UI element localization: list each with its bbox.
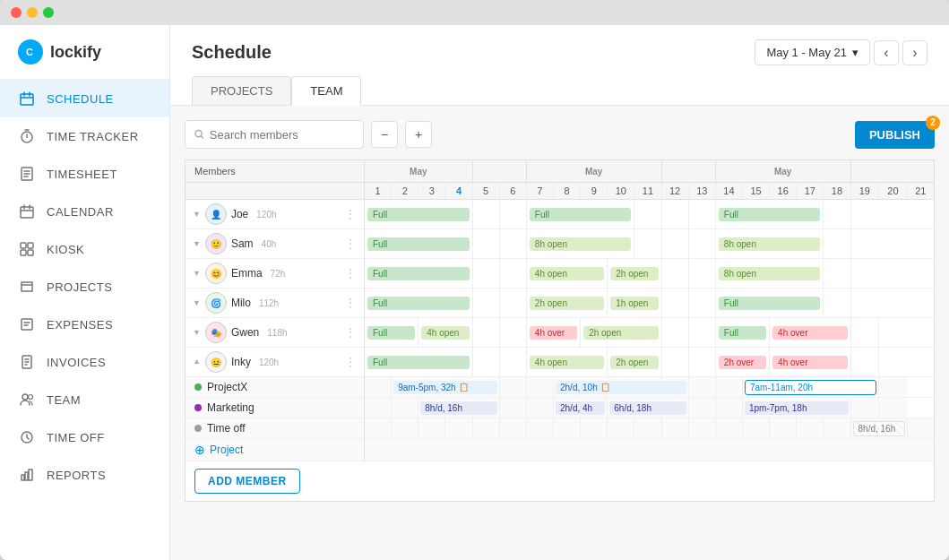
- sam-chevron[interactable]: ▼: [193, 239, 201, 248]
- prev-period-button[interactable]: ‹: [874, 40, 899, 65]
- sidebar-item-invoices[interactable]: INVOICES: [0, 343, 169, 381]
- dropdown-arrow-icon: ▾: [852, 46, 858, 59]
- kiosk-label: KIOSK: [47, 243, 84, 256]
- invoices-label: INVOICES: [47, 356, 106, 369]
- sidebar-item-kiosk[interactable]: KIOSK: [0, 230, 169, 268]
- invoices-icon: [18, 353, 36, 371]
- sidebar-item-time-tracker[interactable]: TIME TRACKER: [0, 117, 169, 155]
- sam-options[interactable]: ⋮: [344, 237, 357, 251]
- mkt-label-2b: 6h/d, 18h: [614, 403, 651, 413]
- add-project-cell[interactable]: ⊕ Project: [185, 439, 365, 461]
- reports-icon: [18, 466, 36, 484]
- sidebar-item-schedule[interactable]: SCHEDULE: [0, 80, 169, 117]
- sam-open-2: 8h open: [715, 229, 824, 259]
- to-empty-17: [797, 418, 824, 439]
- gwen-full-1: Full: [365, 318, 418, 348]
- maximize-dot[interactable]: [43, 7, 54, 18]
- time-tracker-icon: [18, 127, 36, 145]
- milo-empty-7: [499, 289, 526, 318]
- zoom-out-button[interactable]: −: [371, 121, 398, 148]
- joe-chevron[interactable]: ▼: [193, 210, 201, 219]
- emma-empty-7: [499, 259, 526, 289]
- sidebar-item-expenses[interactable]: EXPENSES: [0, 306, 169, 343]
- publish-button[interactable]: PUBLISH 2: [855, 121, 935, 149]
- schedule-body: ▼ 👤 Joe 120h ⋮ Full: [185, 200, 935, 502]
- gwen-empty-20: [850, 318, 879, 348]
- emma-empty-6: [472, 259, 499, 289]
- to-empty-15: [742, 418, 769, 439]
- titlebar: [0, 0, 949, 25]
- time-tracker-label: TIME TRACKER: [47, 130, 139, 143]
- to-label: 8h/d, 16h: [858, 424, 896, 434]
- sam-name: Sam: [231, 237, 254, 250]
- member-row-inky: ▼ 😐 Inky 120h ⋮ Full: [185, 348, 935, 377]
- publish-label: PUBLISH: [869, 128, 920, 142]
- header-top: Schedule May 1 - May 21 ▾ ‹ ›: [192, 39, 927, 65]
- timeoff-name: Time off: [207, 422, 246, 435]
- milo-avatar: 🌀: [205, 292, 227, 314]
- page-title: Schedule: [192, 42, 272, 63]
- emma-empty-14: [688, 259, 715, 289]
- sam-member-cell: ▼ 🙂 Sam 40h ⋮: [185, 229, 365, 259]
- next-period-button[interactable]: ›: [902, 40, 927, 65]
- sam-empty-13: [661, 229, 688, 259]
- date-range-button[interactable]: May 1 - May 21 ▾: [755, 39, 870, 65]
- timesheet-icon: [18, 165, 36, 183]
- tab-projects[interactable]: PROJECTS: [192, 76, 291, 105]
- gwen-full-2: Full: [715, 318, 769, 348]
- to-empty-18: [824, 418, 850, 439]
- svg-text:C: C: [26, 47, 33, 57]
- team-icon: [18, 391, 36, 409]
- inky-options[interactable]: ⋮: [344, 355, 357, 369]
- minimize-dot[interactable]: [27, 7, 38, 18]
- add-project-label: Project: [210, 444, 243, 456]
- gwen-over-4h-2: 4h over: [770, 318, 850, 348]
- emma-open-2h-1: 2h open: [608, 259, 661, 289]
- member-row-joe: ▼ 👤 Joe 120h ⋮ Full: [185, 200, 935, 229]
- sam-hours: 40h: [262, 239, 277, 249]
- close-dot[interactable]: [11, 7, 22, 18]
- milo-empty-21: [850, 289, 879, 318]
- milo-chevron[interactable]: ▼: [193, 298, 201, 307]
- px-empty-6: [499, 377, 526, 398]
- svg-rect-8: [21, 250, 26, 255]
- joe-options[interactable]: ⋮: [344, 207, 357, 221]
- day-20: 20: [879, 183, 908, 200]
- joe-empty-6: [472, 200, 499, 229]
- day-6: 6: [499, 183, 526, 200]
- main-header: Schedule May 1 - May 21 ▾ ‹ › PROJECTS T…: [170, 25, 949, 106]
- view-tabs: PROJECTS TEAM: [192, 76, 927, 105]
- gwen-options[interactable]: ⋮: [344, 325, 357, 340]
- tab-team[interactable]: TEAM: [291, 76, 361, 106]
- svg-rect-6: [21, 243, 26, 248]
- day-18: 18: [824, 183, 850, 200]
- member-row-gwen: ▼ 🎭 Gwen 118h ⋮ Full 4h open: [185, 318, 935, 348]
- logo-icon: C: [18, 39, 43, 65]
- sidebar-item-time-off[interactable]: TIME OFF: [0, 418, 169, 456]
- sidebar-item-calendar[interactable]: CALENDAR: [0, 193, 169, 230]
- milo-empty-20: [824, 289, 850, 318]
- inky-chevron[interactable]: ▼: [193, 358, 201, 366]
- gwen-over-4h: 4h over: [526, 318, 580, 348]
- zoom-in-button[interactable]: +: [405, 121, 432, 148]
- mkt-label-1: 8h/d, 16h: [425, 403, 462, 413]
- emma-chevron[interactable]: ▼: [193, 269, 201, 278]
- sidebar-item-team[interactable]: TEAM: [0, 381, 169, 418]
- sidebar-item-timesheet[interactable]: TIMESHEET: [0, 155, 169, 193]
- emma-options[interactable]: ⋮: [344, 266, 357, 280]
- search-input[interactable]: [210, 128, 354, 142]
- milo-full-2: Full: [715, 289, 824, 318]
- milo-options[interactable]: ⋮: [344, 296, 357, 310]
- inky-hours: 120h: [259, 358, 279, 367]
- schedule-header: Members May May May 1: [185, 160, 935, 200]
- projectx-label-cell: ProjectX: [185, 377, 365, 398]
- sidebar-item-projects[interactable]: PROJECTS: [0, 268, 169, 306]
- day-1: 1: [365, 183, 392, 200]
- days-spacer: [185, 183, 365, 200]
- px-empty-21: [879, 377, 908, 398]
- sidebar-item-reports[interactable]: REPORTS: [0, 456, 169, 494]
- gwen-chevron[interactable]: ▼: [193, 328, 201, 337]
- add-member-button[interactable]: ADD MEMBER: [194, 469, 300, 494]
- gwen-empty-14: [688, 318, 715, 348]
- day-9: 9: [581, 183, 608, 200]
